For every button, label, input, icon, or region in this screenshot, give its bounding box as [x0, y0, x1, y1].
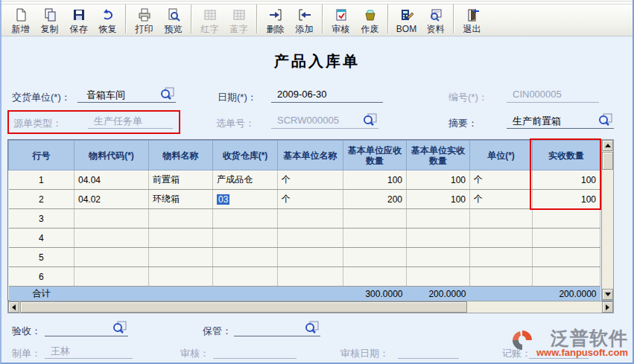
cell-base-unit[interactable] [278, 229, 343, 248]
audit-button[interactable]: 审核 [326, 3, 355, 34]
cell-unit[interactable]: 个 [470, 190, 533, 209]
cell-material-code[interactable] [75, 229, 149, 248]
audit-date-field [398, 343, 459, 359]
add-row-button[interactable]: 添加 [290, 3, 319, 34]
cell-warehouse[interactable] [213, 248, 278, 267]
cell-row-no[interactable]: 4 [9, 229, 75, 248]
lookup-magnifier-icon[interactable] [362, 113, 377, 129]
cell-material-name[interactable] [149, 267, 213, 287]
logo-name: 泛普软件 [551, 328, 628, 348]
grid-header-row: 行号 物料代码(*) 物料名称 收货仓库(*) 基本单位名称 基本单位应收数量 … [9, 141, 600, 170]
exit-button[interactable]: 退出 [457, 3, 486, 34]
cell-due-qty[interactable]: 100 [343, 170, 407, 190]
doc-no-field: CIN000005 [507, 87, 599, 103]
cell-base-unit[interactable] [278, 209, 343, 229]
void-button[interactable]: 作废 [355, 3, 384, 34]
data-button[interactable]: 资料 [421, 3, 450, 34]
items-table: 行号 物料代码(*) 物料名称 收货仓库(*) 基本单位名称 基本单位应收数量 … [8, 140, 600, 301]
cell-actual-qty[interactable] [533, 267, 600, 287]
cell-material-code[interactable] [75, 248, 149, 267]
grid-vertical-scrollbar[interactable] [601, 139, 614, 301]
inspect-field[interactable] [45, 321, 128, 336]
save-button[interactable]: 保存 [64, 3, 93, 34]
cell-recv-qty[interactable] [407, 248, 470, 267]
cell-actual-qty[interactable] [533, 229, 600, 248]
preview-button[interactable]: 预览 [159, 3, 188, 34]
cell-warehouse[interactable] [213, 209, 278, 229]
cell-material-name[interactable] [149, 209, 213, 229]
cell-material-code[interactable] [75, 209, 149, 229]
delivery-unit-field[interactable]: 音箱车间 [77, 87, 176, 103]
cell-base-unit[interactable]: 个 [278, 170, 343, 190]
grid-row: 6 [9, 267, 600, 287]
lookup-magnifier-icon[interactable] [597, 113, 612, 129]
cell-unit[interactable]: 个 [470, 170, 533, 190]
vertical-scroll-thumb[interactable] [602, 152, 613, 170]
maker-label: 制单： [12, 347, 41, 360]
cell-unit[interactable] [470, 229, 533, 248]
cell-recv-qty[interactable] [407, 229, 470, 248]
fanpu-logo-icon [510, 328, 534, 355]
cell-actual-qty[interactable] [533, 209, 600, 229]
lookup-magnifier-icon[interactable] [304, 321, 319, 336]
cell-row-no[interactable]: 6 [9, 267, 75, 287]
cell-material-name[interactable] [149, 229, 213, 248]
bom-button[interactable]: BOM [392, 3, 421, 34]
cell-material-name[interactable]: 环绕箱 [149, 190, 213, 209]
cell-row-no[interactable]: 2 [9, 190, 75, 209]
grid-horizontal-scrollbar[interactable] [7, 301, 614, 313]
lookup-magnifier-icon[interactable] [159, 87, 174, 103]
cell-warehouse-editing[interactable]: 03 [213, 190, 278, 209]
cell-unit[interactable] [470, 248, 533, 267]
cell-base-unit[interactable] [278, 248, 343, 267]
restore-button[interactable]: 恢复 [93, 3, 122, 34]
cell-due-qty[interactable]: 200 [343, 190, 407, 209]
lookup-magnifier-icon[interactable] [112, 321, 127, 336]
horizontal-scroll-thumb[interactable] [20, 301, 467, 313]
toolbar-separator [322, 4, 323, 33]
cell-actual-qty[interactable] [533, 248, 600, 267]
cell-base-unit[interactable]: 个 [278, 190, 343, 209]
print-button[interactable]: 打印 [130, 3, 159, 34]
new-document-icon [13, 6, 28, 24]
cell-recv-qty[interactable]: 100 [407, 170, 470, 190]
doc-no-label: 编号(*)： [448, 91, 488, 104]
cell-due-qty[interactable] [343, 209, 407, 229]
summary-value: 生产前置箱 [507, 113, 561, 128]
cell-material-name[interactable]: 前置箱 [149, 170, 213, 190]
summary-field[interactable]: 生产前置箱 [507, 113, 614, 129]
scroll-left-button[interactable] [8, 301, 19, 313]
scroll-up-button[interactable] [602, 140, 613, 151]
items-grid: 行号 物料代码(*) 物料名称 收货仓库(*) 基本单位名称 基本单位应收数量 … [7, 139, 600, 301]
delete-row-button[interactable]: 删除 [261, 3, 290, 34]
cell-warehouse[interactable] [213, 267, 278, 287]
toolbar-separator [125, 4, 127, 33]
auditor-label: 审核： [180, 347, 209, 360]
date-field[interactable]: 2009-06-30 [271, 87, 383, 103]
scroll-down-button[interactable] [602, 289, 613, 300]
cell-warehouse[interactable] [213, 229, 278, 248]
cell-due-qty[interactable] [343, 248, 407, 267]
total-actual-qty: 200.0000 [533, 287, 600, 301]
cell-row-no[interactable]: 3 [9, 209, 75, 229]
cell-due-qty[interactable] [343, 229, 407, 248]
cell-recv-qty[interactable] [407, 209, 470, 229]
cell-unit[interactable] [470, 209, 533, 229]
cell-material-code[interactable]: 04.02 [75, 190, 149, 209]
cell-recv-qty[interactable] [407, 267, 470, 287]
cell-unit[interactable] [470, 267, 533, 287]
cell-material-code[interactable]: 04.04 [75, 170, 149, 190]
cell-row-no[interactable]: 1 [9, 170, 75, 190]
cell-due-qty[interactable] [343, 267, 407, 287]
cell-warehouse[interactable]: 产成品仓 [213, 170, 278, 190]
cell-material-code[interactable] [75, 267, 149, 287]
copy-button[interactable]: 复制 [35, 3, 64, 34]
scroll-right-button[interactable] [602, 301, 613, 313]
cell-material-name[interactable] [149, 248, 213, 267]
cell-base-unit[interactable] [278, 267, 343, 287]
new-button[interactable]: 新增 [6, 3, 35, 34]
audit-icon [334, 6, 349, 24]
cell-row-no[interactable]: 5 [9, 248, 75, 267]
keeper-field[interactable] [234, 321, 320, 336]
cell-recv-qty[interactable]: 100 [407, 190, 470, 209]
